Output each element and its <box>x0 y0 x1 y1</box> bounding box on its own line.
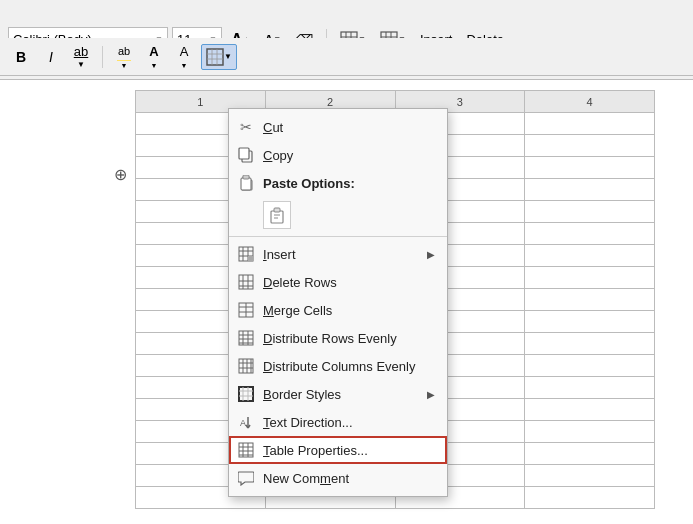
highlight-bar <box>117 60 131 61</box>
insert-label: Insert <box>263 247 419 262</box>
menu-separator-1 <box>229 236 447 237</box>
context-menu-copy[interactable]: Copy <box>229 141 447 169</box>
font-color-label: A <box>149 44 158 59</box>
svg-rect-53 <box>239 387 253 401</box>
table-cell[interactable] <box>525 355 655 377</box>
context-menu-distribute-cols[interactable]: Distribute Columns Evenly <box>229 352 447 380</box>
table-cell[interactable] <box>525 113 655 135</box>
table-cell[interactable] <box>525 421 655 443</box>
svg-rect-11 <box>207 49 223 65</box>
paste-clipboard-icon <box>268 206 286 224</box>
delete-rows-icon <box>237 273 255 291</box>
paste-icon-button[interactable] <box>263 201 291 229</box>
copy-icon <box>237 146 255 164</box>
svg-text:A: A <box>240 418 246 428</box>
italic-button[interactable]: I <box>38 44 64 70</box>
toolbar-row2: B I ab ▼ ab ▼ A ▼ A ▼ ▼ <box>0 38 693 76</box>
underline-dropdown: ▼ <box>77 60 85 69</box>
border-styles-submenu-arrow: ▶ <box>427 389 435 400</box>
table-cell[interactable] <box>525 311 655 333</box>
insert-icon <box>237 245 255 263</box>
distribute-cols-svg <box>238 358 254 374</box>
underline-button[interactable]: ab ▼ <box>68 44 94 70</box>
new-comment-svg <box>238 470 254 486</box>
highlight-text: ab <box>118 45 130 57</box>
distribute-rows-label: Distribute Rows Evenly <box>263 331 435 346</box>
table-cell[interactable] <box>525 223 655 245</box>
table-properties-icon <box>237 441 255 459</box>
context-menu-cut[interactable]: ✂ Cut <box>229 113 447 141</box>
svg-rect-23 <box>274 208 280 212</box>
merge-cells-label: Merge Cells <box>263 303 435 318</box>
svg-rect-20 <box>241 178 251 190</box>
svg-rect-32 <box>239 275 253 289</box>
borders-button[interactable]: ▼ <box>201 44 237 70</box>
context-menu-table-properties[interactable]: Table Properties... <box>229 436 447 464</box>
table-cell[interactable] <box>525 333 655 355</box>
document-area: ⊕ 1 2 3 4 <box>0 80 693 524</box>
borders-icon <box>206 48 224 66</box>
context-menu-insert[interactable]: Insert ▶ <box>229 240 447 268</box>
new-comment-label: New Comment <box>263 471 435 486</box>
svg-rect-31 <box>248 256 253 261</box>
distribute-cols-icon <box>237 357 255 375</box>
insert-svg-icon <box>238 246 254 262</box>
copy-label: Copy <box>263 148 435 163</box>
paste-header-svg <box>238 175 254 191</box>
distribute-rows-svg <box>238 330 254 346</box>
table-cell[interactable] <box>525 135 655 157</box>
table-cell[interactable] <box>525 201 655 223</box>
context-menu-distribute-rows[interactable]: Distribute Rows Evenly <box>229 324 447 352</box>
table-properties-svg <box>238 442 254 458</box>
new-comment-icon <box>237 469 255 487</box>
svg-rect-22 <box>271 211 283 223</box>
highlight-color-button[interactable]: ab ▼ <box>111 44 137 70</box>
table-cell[interactable] <box>525 179 655 201</box>
copy-svg-icon <box>238 147 254 163</box>
merge-cells-svg <box>238 302 254 318</box>
paste-options-label: Paste Options: <box>263 176 435 191</box>
table-cell[interactable] <box>525 289 655 311</box>
border-styles-label: Border Styles <box>263 387 419 402</box>
table-cell[interactable] <box>525 465 655 487</box>
highlight-dropdown: ▼ <box>121 62 128 69</box>
table-cell[interactable] <box>525 267 655 289</box>
underline-label: ab <box>74 44 88 59</box>
bold-button[interactable]: B <box>8 44 34 70</box>
distribute-cols-label: Distribute Columns Evenly <box>263 359 435 374</box>
context-menu-text-direction[interactable]: A Text Direction... <box>229 408 447 436</box>
table-cell[interactable] <box>525 157 655 179</box>
border-styles-icon <box>237 385 255 403</box>
shading-dropdown: ▼ <box>181 62 188 69</box>
border-styles-svg <box>238 386 254 402</box>
context-menu-new-comment[interactable]: New Comment <box>229 464 447 492</box>
context-menu: ✂ Cut Copy Paste Optio <box>228 108 448 497</box>
cut-label: Cut <box>263 120 435 135</box>
shading-button[interactable]: A ▼ <box>171 44 197 70</box>
table-cell[interactable] <box>525 443 655 465</box>
table-properties-label: Table Properties... <box>263 443 435 458</box>
distribute-rows-icon <box>237 329 255 347</box>
paste-icon-row <box>229 197 447 233</box>
merge-cells-icon <box>237 301 255 319</box>
text-direction-label: Text Direction... <box>263 415 435 430</box>
delete-rows-svg <box>238 274 254 290</box>
svg-rect-21 <box>243 175 249 179</box>
cut-icon: ✂ <box>237 118 255 136</box>
toolbar-divider-2 <box>102 46 103 68</box>
context-menu-merge-cells[interactable]: Merge Cells <box>229 296 447 324</box>
table-cell[interactable] <box>525 399 655 421</box>
paste-header-icon <box>237 174 255 192</box>
context-menu-border-styles[interactable]: Border Styles ▶ <box>229 380 447 408</box>
insert-submenu-arrow: ▶ <box>427 249 435 260</box>
context-menu-delete-rows[interactable]: Delete Rows <box>229 268 447 296</box>
svg-rect-17 <box>239 148 249 159</box>
col-header-4: 4 <box>525 91 655 113</box>
bold-label: B <box>16 49 26 65</box>
table-cell[interactable] <box>525 377 655 399</box>
table-cell[interactable] <box>525 245 655 267</box>
table-cell[interactable] <box>525 487 655 509</box>
borders-dropdown: ▼ <box>224 52 232 61</box>
font-color-button[interactable]: A ▼ <box>141 44 167 70</box>
text-direction-icon: A <box>237 413 255 431</box>
